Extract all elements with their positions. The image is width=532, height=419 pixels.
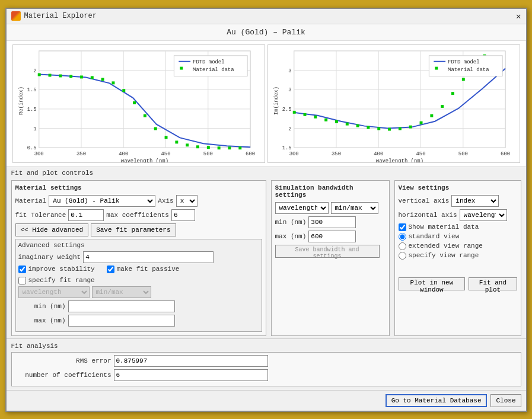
svg-rect-31 <box>228 146 231 149</box>
svg-rect-13 <box>37 73 40 76</box>
svg-rect-65 <box>314 115 317 118</box>
material-label: Material <box>15 197 47 204</box>
svg-text:600: 600 <box>246 151 255 157</box>
adv-min-label: min (nm) <box>18 303 66 310</box>
material-settings-title: Material settings <box>15 184 262 191</box>
svg-rect-14 <box>48 73 51 76</box>
svg-text:1: 1 <box>33 126 36 132</box>
max-coefficients-input[interactable] <box>171 209 195 221</box>
svg-text:2: 2 <box>288 126 291 132</box>
svg-rect-18 <box>90 76 93 79</box>
controls-row: Material settings Material Au (Gold) - P… <box>11 180 521 336</box>
svg-rect-29 <box>206 146 209 149</box>
svg-text:wavelength (nm): wavelength (nm) <box>120 158 168 162</box>
svg-text:Material data: Material data <box>193 66 234 72</box>
rms-error-value <box>114 355 268 367</box>
charts-row: 0.5 1 1.5 1.5 2 300 350 400 450 500 600 … <box>7 41 526 167</box>
material-settings-panel: Material settings Material Au (Gold) - P… <box>11 180 266 336</box>
imaginary-weight-input[interactable] <box>83 251 214 263</box>
hide-advanced-button[interactable]: << Hide advanced <box>15 223 89 236</box>
sim-type-dropdown[interactable]: wavelength <box>275 202 329 214</box>
close-icon[interactable]: ✕ <box>516 11 521 21</box>
svg-rect-21 <box>122 89 125 92</box>
sim-bandwidth-title: Simulation bandwidth settings <box>275 184 386 199</box>
wavelength-dropdown[interactable]: wavelength <box>18 286 90 298</box>
axis-label: Axis <box>158 197 173 204</box>
svg-rect-32 <box>238 146 241 149</box>
svg-text:Material data: Material data <box>448 66 489 72</box>
right-chart: 1.5 2 2.5 3 3 300 350 400 450 500 600 Im… <box>267 44 520 163</box>
svg-rect-74 <box>409 125 412 128</box>
svg-rect-72 <box>388 127 391 130</box>
max-coeff-label: max coefficients <box>106 212 169 219</box>
svg-text:350: 350 <box>76 151 85 157</box>
svg-text:500: 500 <box>203 151 212 157</box>
svg-rect-68 <box>345 122 348 125</box>
svg-rect-67 <box>335 120 338 123</box>
svg-text:400: 400 <box>374 151 383 157</box>
standard-view-radio[interactable] <box>399 233 406 241</box>
advanced-settings: Advanced settings imaginary weight impro… <box>15 239 262 332</box>
vertical-axis-select[interactable]: index <box>451 195 499 207</box>
material-row: Material Au (Gold) - Palik Axis x <box>15 195 262 207</box>
fit-tolerance-label: fit Tolerance <box>15 212 66 219</box>
num-coeff-row: number of coefficients <box>17 369 516 381</box>
svg-text:300: 300 <box>289 151 298 157</box>
plot-in-new-window-button[interactable]: Plot in new window <box>399 277 466 290</box>
sim-min-label: min (nm) <box>275 219 307 226</box>
standard-view-label: standard view <box>409 233 460 240</box>
svg-rect-16 <box>69 75 72 78</box>
rms-error-label: RMS error <box>17 357 112 364</box>
view-settings-title: View settings <box>399 184 517 191</box>
svg-rect-75 <box>419 121 422 124</box>
sim-range-dropdown[interactable]: min/max <box>331 202 378 214</box>
bottom-bar: Go to Material Database Close <box>7 390 526 411</box>
material-select[interactable]: Au (Gold) - Palik <box>49 195 155 207</box>
adv-max-input[interactable] <box>68 315 175 327</box>
svg-rect-78 <box>451 92 454 95</box>
svg-text:wavelength (nm): wavelength (nm) <box>375 158 423 162</box>
num-coeff-label: number of coefficients <box>17 372 112 379</box>
svg-rect-24 <box>154 127 157 130</box>
svg-rect-30 <box>217 146 220 149</box>
save-bandwidth-row: Save bandwidth and settings <box>275 245 386 258</box>
minmax-dropdown-advanced[interactable]: min/max <box>92 286 151 298</box>
close-button[interactable]: Close <box>490 394 521 407</box>
axis-select[interactable]: x <box>176 195 197 207</box>
svg-text:1.5: 1.5 <box>27 106 36 112</box>
improve-stability-row: improve stability <box>18 266 95 273</box>
fit-tolerance-input[interactable] <box>68 209 104 221</box>
go-to-material-db-button[interactable]: Go to Material Database <box>386 394 488 407</box>
imaginary-weight-label: imaginary weight <box>18 254 81 261</box>
specify-view-label: specify view range <box>409 252 479 259</box>
svg-rect-20 <box>112 81 114 84</box>
horizontal-axis-select[interactable]: wavelength <box>460 209 507 221</box>
specify-fit-range-checkbox[interactable] <box>18 277 26 284</box>
adv-min-input[interactable] <box>68 300 175 312</box>
specify-view-radio[interactable] <box>399 252 406 260</box>
wavelength-minmax-row: wavelength min/max <box>18 286 259 298</box>
window-title: Material Explorer <box>24 12 97 20</box>
svg-text:300: 300 <box>34 151 43 157</box>
sim-min-input[interactable] <box>308 216 356 228</box>
show-material-data-checkbox[interactable] <box>399 223 406 231</box>
fit-tolerance-row: fit Tolerance max coefficients <box>15 209 262 221</box>
fit-and-plot-button[interactable]: Fit and plot <box>469 277 517 290</box>
left-chart: 0.5 1 1.5 1.5 2 300 350 400 450 500 600 … <box>12 44 265 163</box>
save-bandwidth-button[interactable]: Save bandwidth and settings <box>275 245 380 258</box>
main-window: Material Explorer ✕ Au (Gold) – Palik <box>5 8 527 412</box>
make-fit-passive-checkbox[interactable] <box>107 266 114 273</box>
save-fit-button[interactable]: Save fit parameters <box>91 223 176 236</box>
svg-text:1.5: 1.5 <box>27 87 36 93</box>
simulation-bandwidth-panel: Simulation bandwidth settings wavelength… <box>271 180 390 336</box>
extended-view-radio[interactable] <box>399 242 406 250</box>
view-settings-panel: View settings vertical axis index horizo… <box>394 180 521 336</box>
sim-max-input[interactable] <box>308 231 356 242</box>
svg-text:450: 450 <box>161 151 170 157</box>
fit-analysis-title: Fit analysis <box>11 343 521 350</box>
svg-text:450: 450 <box>416 151 425 157</box>
controls-section: Material settings Material Au (Gold) - P… <box>7 178 526 338</box>
improve-stability-checkbox[interactable] <box>18 266 26 273</box>
svg-rect-77 <box>441 104 444 107</box>
right-chart-svg: 1.5 2 2.5 3 3 300 350 400 450 500 600 Im… <box>268 45 520 162</box>
